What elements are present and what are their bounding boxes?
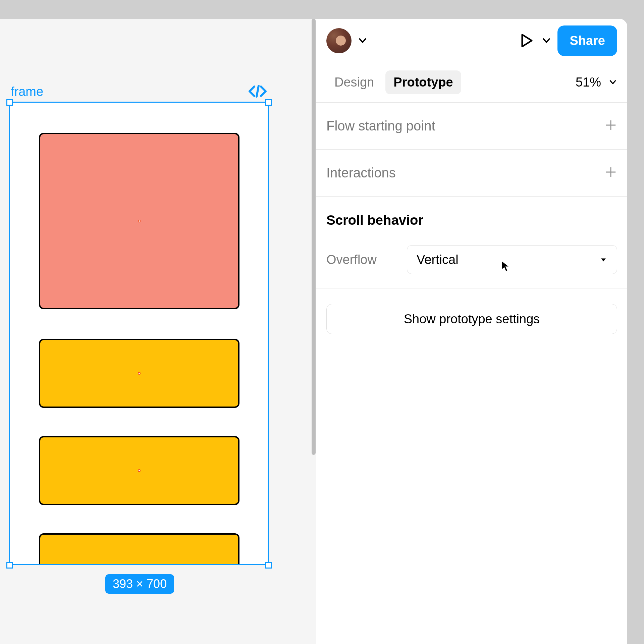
interactions-section[interactable]: Interactions: [316, 150, 627, 197]
present-button[interactable]: [519, 32, 535, 49]
tabs-row: Design Prototype 51%: [316, 62, 627, 103]
inspector-panel: Share Design Prototype 51% Flow starting…: [316, 19, 627, 644]
present-menu-button[interactable]: [541, 36, 551, 46]
share-button[interactable]: Share: [557, 25, 617, 56]
top-bar: Share: [316, 19, 627, 62]
avatar-menu-button[interactable]: [358, 36, 368, 46]
selection-handle-br[interactable]: [265, 562, 272, 569]
tab-prototype[interactable]: Prototype: [385, 70, 461, 94]
avatar[interactable]: [326, 28, 352, 53]
svg-marker-5: [601, 259, 606, 262]
dev-mode-icon[interactable]: [248, 85, 267, 98]
flow-starting-point-label: Flow starting point: [326, 118, 435, 133]
scroll-behavior-section: Scroll behavior Overflow Vertical: [316, 197, 627, 288]
add-flow-button[interactable]: [604, 117, 617, 135]
zoom-control[interactable]: 51%: [576, 75, 617, 90]
overflow-value: Vertical: [417, 253, 459, 267]
caret-down-icon: [599, 253, 607, 267]
selection-handle-tr[interactable]: [265, 99, 272, 106]
tab-design[interactable]: Design: [326, 70, 382, 94]
scroll-behavior-title: Scroll behavior: [326, 213, 617, 228]
canvas-scrollbar[interactable]: [311, 19, 316, 644]
frame-size-badge: 393 × 700: [105, 574, 174, 594]
show-prototype-settings-button[interactable]: Show prototype settings: [326, 304, 617, 334]
zoom-value: 51%: [576, 75, 601, 90]
canvas-area[interactable]: frame 393 × 700: [0, 19, 316, 644]
chevron-down-icon: [608, 75, 617, 90]
selection-handle-tl[interactable]: [6, 99, 13, 106]
add-interaction-button[interactable]: [604, 164, 617, 182]
svg-line-0: [257, 86, 259, 97]
overflow-select[interactable]: Vertical: [407, 245, 617, 274]
interactions-label: Interactions: [326, 165, 396, 180]
canvas-scrollbar-thumb[interactable]: [312, 19, 316, 455]
cursor-icon: [501, 260, 510, 272]
selection-box: [9, 102, 269, 565]
overflow-label: Overflow: [326, 253, 393, 267]
flow-starting-point-section[interactable]: Flow starting point: [316, 103, 627, 150]
selection-handle-bl[interactable]: [6, 562, 13, 569]
frame-label[interactable]: frame: [11, 85, 43, 99]
app-window: frame 393 × 700: [0, 19, 627, 644]
